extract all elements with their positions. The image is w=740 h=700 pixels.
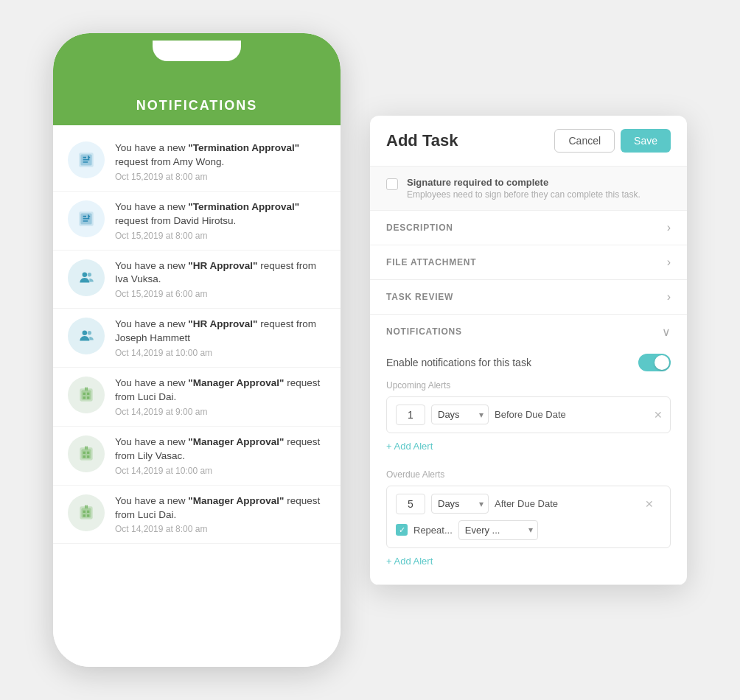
phone-speaker — [194, 45, 200, 51]
notification-time: Oct 15,2019 at 8:00 am — [115, 172, 326, 182]
svg-point-6 — [83, 331, 88, 336]
overdue-alerts-section: Overdue Alerts Days Hours Weeks After Du… — [370, 469, 687, 584]
enable-notifications-label: Enable notifications for this task — [386, 357, 531, 368]
notification-text: You have a new "Termination Approval" re… — [115, 200, 326, 241]
repeat-checkbox[interactable] — [396, 524, 408, 536]
svg-rect-13 — [82, 508, 91, 517]
list-item: You have a new "HR Approval" request fro… — [53, 309, 341, 368]
svg-point-7 — [88, 331, 91, 335]
add-upcoming-alert-button[interactable]: + Add Alert — [386, 441, 433, 452]
notification-message: You have a new "Manager Approval" reques… — [115, 435, 326, 463]
signature-label: Signature required to complete — [407, 177, 640, 188]
overdue-alert-text: After Due Date — [495, 498, 661, 509]
upcoming-alerts-section: Upcoming Alerts Days Hours Weeks Before … — [370, 380, 687, 469]
notification-time: Oct 14,2019 at 8:00 am — [115, 524, 326, 534]
signature-checkbox[interactable] — [386, 178, 398, 190]
overdue-alerts-label: Overdue Alerts — [386, 469, 671, 480]
notification-text: You have a new "Manager Approval" reques… — [115, 435, 326, 476]
phone-notch — [153, 41, 241, 61]
upcoming-alert-close[interactable]: ✕ — [654, 409, 663, 421]
toggle-knob — [655, 355, 669, 370]
add-task-panel: Add Task Cancel Save Signature required … — [370, 116, 687, 585]
notification-time: Oct 14,2019 at 10:00 am — [115, 466, 326, 476]
notification-text: You have a new "HR Approval" request fro… — [115, 259, 326, 300]
notification-message: You have a new "HR Approval" request fro… — [115, 259, 326, 287]
signature-sub: Employees need to sign before they can c… — [407, 189, 640, 200]
signature-row: Signature required to complete Employees… — [370, 167, 687, 211]
header-buttons: Cancel Save — [554, 129, 671, 153]
panel-title: Add Task — [386, 131, 458, 150]
termination-icon — [68, 200, 105, 237]
upcoming-alert-text: Before Due Date — [495, 409, 661, 420]
phone-header-title: NOTIFICATIONS — [53, 98, 341, 113]
save-button[interactable]: Save — [621, 129, 671, 153]
svg-point-5 — [88, 273, 91, 276]
notification-text: You have a new "Manager Approval" reques… — [115, 494, 326, 535]
notifications-section: NOTIFICATIONS ∨ Enable notifications for… — [370, 315, 687, 585]
add-overdue-alert-button[interactable]: + Add Alert — [386, 556, 433, 567]
notification-text: You have a new "HR Approval" request fro… — [115, 318, 326, 358]
phone-body: You have a new "Termination Approval" re… — [53, 125, 341, 667]
notification-text: You have a new "Manager Approval" reques… — [115, 377, 326, 417]
hr-approval-icon — [68, 259, 105, 296]
overdue-alert-bottom: Repeat... Every ... Every Day Every Week — [396, 520, 661, 540]
manager-approval-icon — [68, 494, 105, 531]
upcoming-unit-select-wrapper: Days Hours Weeks — [431, 405, 489, 424]
notification-time: Oct 15,2019 at 8:00 am — [115, 231, 326, 241]
svg-rect-9 — [82, 391, 91, 400]
phone-mockup: NOTIFICATIONS You have a new "Terminatio… — [53, 33, 341, 667]
list-item: You have a new "Termination Approval" re… — [53, 192, 341, 251]
overdue-alert-box: Days Hours Weeks After Due Date ✕ Repeat… — [386, 486, 671, 548]
svg-point-4 — [83, 272, 88, 277]
list-item: You have a new "Manager Approval" reques… — [53, 368, 341, 427]
notification-time: Oct 14,2019 at 9:00 am — [115, 407, 326, 417]
manager-approval-icon — [68, 377, 105, 413]
file-attachment-accordion[interactable]: FILE ATTACHMENT › — [370, 245, 687, 280]
termination-icon — [68, 141, 105, 178]
every-select-wrapper: Every ... Every Day Every Week — [458, 520, 538, 540]
overdue-unit-select-wrapper: Days Hours Weeks — [431, 494, 489, 514]
chevron-right-icon: › — [667, 256, 671, 269]
chevron-right-icon: › — [667, 290, 671, 304]
description-label: DESCRIPTION — [386, 223, 453, 233]
notification-time: Oct 14,2019 at 10:00 am — [115, 348, 326, 358]
notification-message: You have a new "Termination Approval" re… — [115, 200, 326, 228]
list-item: You have a new "Manager Approval" reques… — [53, 427, 341, 486]
notification-time: Oct 15,2019 at 6:00 am — [115, 289, 326, 299]
overdue-alert-close[interactable]: ✕ — [645, 498, 654, 510]
upcoming-alert-number[interactable] — [396, 405, 425, 425]
signature-text: Signature required to complete Employees… — [407, 177, 640, 200]
task-review-label: TASK REVIEW — [386, 292, 453, 302]
enable-notifications-toggle[interactable] — [638, 354, 671, 371]
hr-approval-icon — [68, 318, 105, 354]
notifications-header[interactable]: NOTIFICATIONS ∨ — [370, 315, 687, 349]
overdue-alert-top: Days Hours Weeks After Due Date ✕ — [396, 494, 661, 514]
phone-header: NOTIFICATIONS — [53, 92, 341, 125]
description-accordion[interactable]: DESCRIPTION › — [370, 211, 687, 245]
list-item: You have a new "Manager Approval" reques… — [53, 486, 341, 545]
phone-top-bar — [53, 33, 341, 92]
repeat-label: Repeat... — [413, 525, 453, 536]
every-select[interactable]: Every ... Every Day Every Week — [458, 520, 538, 540]
overdue-unit-select[interactable]: Days Hours Weeks — [431, 494, 489, 514]
notification-message: You have a new "HR Approval" request fro… — [115, 318, 326, 346]
chevron-right-icon: › — [667, 221, 671, 234]
list-item: You have a new "HR Approval" request fro… — [53, 251, 341, 309]
svg-rect-11 — [82, 449, 91, 458]
chevron-up-icon: ∨ — [662, 325, 671, 339]
upcoming-alerts-label: Upcoming Alerts — [386, 380, 671, 391]
notification-text: You have a new "Termination Approval" re… — [115, 141, 326, 182]
manager-approval-icon — [68, 435, 105, 472]
panel-header: Add Task Cancel Save — [370, 116, 687, 167]
file-attachment-label: FILE ATTACHMENT — [386, 257, 476, 267]
upcoming-alert-row: Days Hours Weeks Before Due Date ✕ — [386, 396, 671, 433]
task-review-accordion[interactable]: TASK REVIEW › — [370, 280, 687, 315]
notification-message: You have a new "Termination Approval" re… — [115, 141, 326, 169]
notification-message: You have a new "Manager Approval" reques… — [115, 377, 326, 405]
notifications-label: NOTIFICATIONS — [386, 326, 462, 337]
enable-notifications-row: Enable notifications for this task — [370, 349, 687, 380]
upcoming-unit-select[interactable]: Days Hours Weeks — [431, 405, 489, 424]
overdue-alert-number[interactable] — [396, 494, 425, 514]
cancel-button[interactable]: Cancel — [554, 129, 615, 153]
list-item: You have a new "Termination Approval" re… — [53, 133, 341, 192]
